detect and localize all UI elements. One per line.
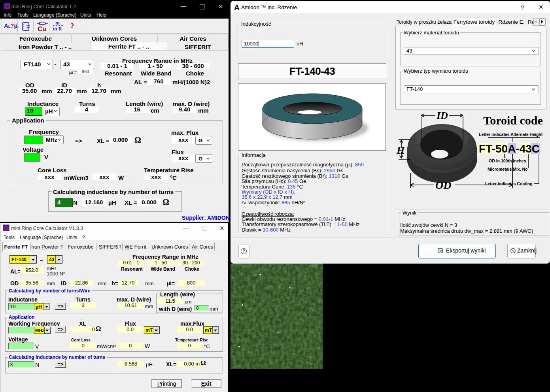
svg-text:OD: OD [435, 179, 451, 191]
svg-text:Micrometals Mix. No: Micrometals Mix. No [488, 167, 528, 172]
svg-text:Cu: Cu [38, 25, 47, 32]
svg-text:in ft: in ft [53, 26, 62, 32]
svg-text:FT-50A-43C: FT-50A-43C [479, 143, 540, 155]
svg-text:Letter indicates Alternate Hei: Letter indicates Alternate Height [479, 132, 543, 137]
svg-text:OD in 100th inches: OD in 100th inches [489, 158, 526, 163]
svg-text:Toroid code: Toroid code [483, 114, 543, 127]
svg-text:ID: ID [436, 110, 448, 121]
svg-text:m: m [55, 20, 60, 26]
svg-text:H: H [396, 145, 405, 156]
svg-text:Letter indicates Coating: Letter indicates Coating [485, 181, 533, 186]
